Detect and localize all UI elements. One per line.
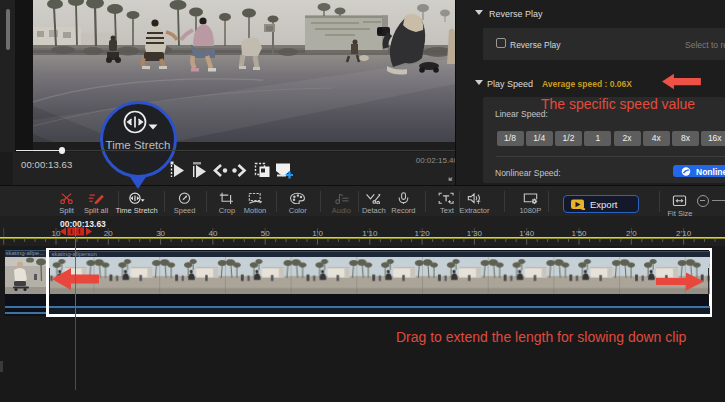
svg-text:30: 30	[156, 229, 165, 238]
svg-text:2’10: 2’10	[676, 229, 692, 238]
svg-text:40: 40	[208, 229, 217, 238]
svg-text:50: 50	[261, 229, 270, 238]
svg-text:1’50: 1’50	[571, 229, 587, 238]
svg-text:1’40: 1’40	[519, 229, 535, 238]
svg-text:1’0: 1’0	[312, 229, 323, 238]
svg-text:1’30: 1’30	[467, 229, 483, 238]
svg-text:2’0: 2’0	[626, 229, 637, 238]
svg-text:20: 20	[104, 229, 113, 238]
svg-text:1’10: 1’10	[362, 229, 378, 238]
svg-text:1’20: 1’20	[415, 229, 431, 238]
